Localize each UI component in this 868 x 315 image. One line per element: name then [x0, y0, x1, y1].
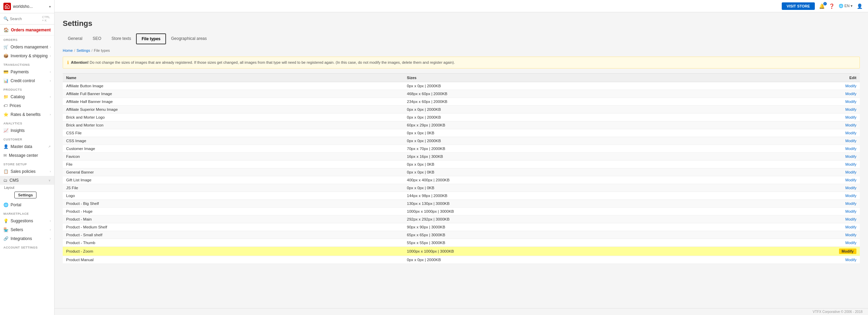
sidebar-item-sellers[interactable]: 🏪 Sellers ›	[0, 225, 54, 234]
modify-button[interactable]: Modify	[845, 194, 856, 198]
search-icon: 🔍	[3, 16, 9, 21]
breadcrumb-home[interactable]: Home	[63, 48, 73, 52]
col-header-edit: Edit	[718, 73, 860, 82]
modify-button[interactable]: Modify	[845, 241, 856, 245]
table-row: Logo144px x 98px | 2000KBModify	[63, 192, 860, 199]
modify-button[interactable]: Modify	[845, 84, 856, 88]
sidebar-item-master-data[interactable]: 👤 Master data ↗	[0, 142, 54, 151]
sidebar-item-inventory-shipping[interactable]: 📦 Inventory & shipping ›	[0, 51, 54, 60]
cell-edit: Modify	[718, 184, 860, 192]
col-header-sizes: Sizes	[404, 73, 718, 82]
tab-seo[interactable]: SEO	[88, 33, 106, 44]
modify-button[interactable]: Modify	[845, 162, 856, 166]
modify-button[interactable]: Modify	[845, 92, 856, 96]
breadcrumb-settings[interactable]: Settings	[76, 48, 90, 52]
modify-button[interactable]: Modify	[845, 225, 856, 229]
sidebar-item-suggestions[interactable]: 💡 Suggestions ›	[0, 216, 54, 225]
sidebar-item-credit-control[interactable]: 📊 Credit control ›	[0, 76, 54, 85]
credit-control-chevron: ›	[50, 79, 51, 82]
visit-store-button[interactable]: VISIT STORE	[782, 2, 814, 10]
modify-button[interactable]: Modify	[845, 178, 856, 182]
cell-edit: Modify	[718, 160, 860, 168]
message-center-icon: ✉	[3, 153, 7, 158]
rates-benefits-chevron: ›	[50, 113, 51, 116]
insights-label: Insights	[11, 128, 25, 133]
cell-edit: Modify	[718, 199, 860, 207]
user-icon[interactable]: 👤	[857, 3, 863, 9]
modify-button[interactable]: Modify	[845, 115, 856, 119]
cell-sizes: 234px x 60px | 2000KB	[404, 97, 718, 105]
table-row: Product - Main292px x 292px | 3000KBModi…	[63, 215, 860, 223]
cell-sizes: 0px x 0px | 0KB	[404, 184, 718, 192]
table-row: Favicon16px x 16px | 300KBModify	[63, 152, 860, 160]
notifications-icon[interactable]: 🔔 2	[819, 3, 825, 9]
modify-button[interactable]: Modify	[845, 258, 856, 262]
master-data-icon: 👤	[3, 144, 9, 149]
tab-geographical-areas[interactable]: Geographical areas	[166, 33, 212, 44]
modify-button[interactable]: Modify	[845, 147, 856, 151]
sidebar-item-orders-management[interactable]: 🛒 Orders management ›	[0, 43, 54, 51]
modify-button[interactable]: Modify	[845, 139, 856, 143]
integrations-chevron: ›	[50, 237, 51, 240]
cell-sizes: 60px x 29px | 2000KB	[404, 121, 718, 129]
orders-management-icon: 🛒	[3, 45, 9, 49]
modify-button[interactable]: Modify	[845, 186, 856, 190]
cell-sizes: 0px x 0px | 2000KB	[404, 105, 718, 113]
inventory-shipping-chevron: ›	[50, 54, 51, 58]
sidebar-section-transactions: TRANSACTIONS	[0, 60, 54, 68]
sidebar-item-integrations[interactable]: 🔗 Integrations ›	[0, 234, 54, 243]
sidebar-item-home[interactable]: 🏠 Orders management	[0, 25, 54, 35]
cell-name: Affiliate Full Banner Image	[63, 90, 404, 97]
sidebar-item-cms[interactable]: 🗂 CMS ∨	[0, 176, 54, 185]
sidebar-item-portal[interactable]: 🌐 Portal	[0, 200, 54, 209]
help-icon[interactable]: ❓	[829, 3, 835, 9]
language-selector[interactable]: 🌐 EN ▾	[839, 4, 853, 8]
sidebar-item-payments[interactable]: 💳 Payments ›	[0, 68, 54, 76]
modify-button[interactable]: Modify	[845, 100, 856, 104]
sidebar-item-rates-benefits[interactable]: ⭐ Rates & benefits ›	[0, 110, 54, 119]
cell-edit: Modify	[718, 90, 860, 97]
modify-button[interactable]: Modify	[845, 170, 856, 174]
cms-label: CMS	[10, 178, 19, 183]
cell-edit: Modify	[718, 215, 860, 223]
sidebar-section-customer: CUSTOMER	[0, 135, 54, 142]
search-input[interactable]	[10, 17, 41, 21]
settings-sub-button[interactable]: Settings	[14, 192, 36, 198]
portal-icon: 🌐	[3, 202, 9, 207]
sidebar-section-orders: ORDERS	[0, 35, 54, 43]
modify-button[interactable]: Modify	[845, 233, 856, 237]
tab-store-texts[interactable]: Store texts	[106, 33, 136, 44]
tab-file-types[interactable]: File types	[136, 33, 166, 44]
cell-sizes: 1000px x 1000px | 3000KB	[404, 246, 718, 256]
modify-button[interactable]: Modify	[845, 209, 856, 213]
modify-button[interactable]: Modify	[845, 107, 856, 111]
modify-button[interactable]: Modify	[839, 249, 856, 254]
modify-button[interactable]: Modify	[845, 123, 856, 127]
sidebar-item-insights[interactable]: 📈 Insights	[0, 126, 54, 135]
cell-name: Product - Medium Shelf	[63, 223, 404, 231]
breadcrumb-sep-2: /	[91, 48, 92, 52]
inventory-shipping-label: Inventory & shipping	[11, 54, 48, 58]
cell-edit: Modify	[718, 239, 860, 246]
sidebar-item-message-center[interactable]: ✉ Message center	[0, 151, 54, 160]
cell-name: Product - Thumb	[63, 239, 404, 246]
suggestions-chevron: ›	[50, 219, 51, 223]
modify-button[interactable]: Modify	[845, 201, 856, 206]
cms-icon: 🗂	[3, 178, 8, 183]
modify-button[interactable]: Modify	[845, 131, 856, 135]
payments-label: Payments	[11, 70, 29, 74]
sidebar-logo[interactable]: W worldsho... ▾	[0, 0, 54, 13]
tab-general[interactable]: General	[63, 33, 88, 44]
cell-name: Brick and Morter Icon	[63, 121, 404, 129]
sidebar-search-container[interactable]: 🔍 CTRL + K	[0, 13, 54, 25]
app-logo: W	[3, 3, 11, 10]
footer-text: VTFX Corporative © 2006 - 2018	[813, 310, 863, 314]
sidebar-item-prices[interactable]: 🏷 Prices	[0, 101, 54, 110]
master-data-external-icon: ↗	[48, 145, 51, 148]
sidebar-section-store-setup: STORE SETUP	[0, 160, 54, 167]
cell-name: Customer Image	[63, 145, 404, 152]
sidebar-item-sales-policies[interactable]: 📋 Sales policies ›	[0, 167, 54, 176]
sidebar-item-catalog[interactable]: 📁 Catalog ›	[0, 92, 54, 101]
modify-button[interactable]: Modify	[845, 217, 856, 221]
modify-button[interactable]: Modify	[845, 154, 856, 159]
